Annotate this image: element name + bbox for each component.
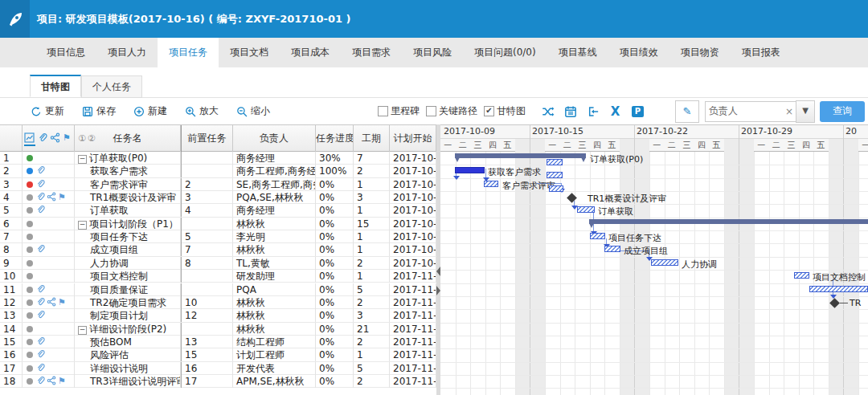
table-row-4[interactable]: 4⚑TR1概要设计及评审3PQA,SE,林秋秋0%32017-10-13 xyxy=(0,191,436,204)
table-row-1[interactable]: 1−订单获取(P0)商务经理30%72017-10-10 xyxy=(0,152,436,165)
paperclip-icon[interactable] xyxy=(35,310,46,320)
checkbox-3[interactable]: ✔甘特图 xyxy=(484,104,526,118)
column-header-8[interactable]: 计划开始 xyxy=(390,125,436,152)
sub-tab-2[interactable]: 个人任务 xyxy=(81,75,142,98)
checkbox-box-icon[interactable]: ✔ xyxy=(484,106,494,116)
flag-icon[interactable]: ⚑ xyxy=(63,132,71,145)
toolbar-button-2[interactable]: 保存 xyxy=(82,104,116,118)
table-row-2[interactable]: 2获取客户需求商务工程师,商务经理100%22017-10-10 xyxy=(0,165,436,177)
flag-icon[interactable]: ⚑ xyxy=(58,192,68,202)
table-row-7[interactable]: 7项目任务下达5李光明0%12017-10-19 xyxy=(0,230,436,243)
dependency-line xyxy=(485,169,486,177)
toolbar-button-5[interactable]: 缩小 xyxy=(236,104,270,118)
checkbox-box-icon[interactable] xyxy=(378,106,388,116)
paperclip-icon[interactable] xyxy=(37,132,47,145)
table-row-16[interactable]: 16风险评估15计划工程师0%12017-11-13 xyxy=(0,348,436,361)
share-icon[interactable] xyxy=(47,297,57,307)
edit-filter-button[interactable]: ✎ xyxy=(675,100,699,123)
main-tab-9[interactable]: 项目基线 xyxy=(547,38,608,67)
duration-cell: 2 xyxy=(354,336,390,348)
table-row-15[interactable]: 15预估BOM13结构工程师0%22017-11-09 xyxy=(0,336,436,348)
task-bar[interactable] xyxy=(651,259,678,266)
task-name: 详细设计说明 xyxy=(90,363,148,374)
summary-bar[interactable] xyxy=(455,153,586,158)
collapse-icon[interactable]: − xyxy=(78,155,87,164)
share-icon[interactable] xyxy=(47,376,57,386)
search-button[interactable]: 查询 xyxy=(820,101,865,122)
share-icon[interactable] xyxy=(47,192,57,202)
task-bar[interactable] xyxy=(484,181,498,187)
toolbar-button-4[interactable]: 放大 xyxy=(185,104,219,118)
table-row-17[interactable]: 17详细设计说明16开发代表0%52017-11-14 xyxy=(0,362,436,375)
toolbar-button-1[interactable]: 更新 xyxy=(31,104,64,118)
column-header-4[interactable]: 前置任务 xyxy=(181,125,233,152)
main-tab-2[interactable]: 项目人力 xyxy=(96,38,158,67)
paperclip-icon[interactable] xyxy=(35,205,46,215)
paperclip-icon[interactable] xyxy=(35,349,46,360)
table-row-13[interactable]: 13制定项目计划12林秋秋0%32017-11-06 xyxy=(0,309,436,322)
paperclip-icon[interactable] xyxy=(35,179,46,189)
checkbox-box-icon[interactable] xyxy=(426,106,436,116)
main-tab-1[interactable]: 项目信息 xyxy=(35,38,96,67)
main-tab-11[interactable]: 项目物资 xyxy=(669,38,731,67)
table-row-12[interactable]: 12⚑TR2确定项目需求10林秋秋0%22017-11-02 xyxy=(0,296,436,309)
paperclip-icon[interactable] xyxy=(35,284,46,295)
column-header-5[interactable]: 负责人 xyxy=(233,125,316,152)
column-header-6[interactable]: 任务进度 xyxy=(316,125,354,152)
main-tab-12[interactable]: 项目报表 xyxy=(731,38,792,67)
paperclip-icon[interactable] xyxy=(35,336,46,347)
baseline-bar[interactable] xyxy=(547,159,563,165)
main-tab-7[interactable]: 项目风险 xyxy=(402,38,463,67)
paperclip-icon[interactable] xyxy=(35,244,46,255)
owner-filter-input[interactable] xyxy=(705,101,783,122)
table-row-3[interactable]: 3客户需求评审2SE,商务工程师,商务经理0%12017-10-12 xyxy=(0,178,436,191)
main-tab-6[interactable]: 项目需求 xyxy=(341,38,402,67)
table-row-8[interactable]: 8成立项目组7林秋秋0%12017-10-20 xyxy=(0,243,436,256)
export-icon[interactable] xyxy=(586,104,600,118)
paperclip-icon[interactable] xyxy=(35,192,46,202)
collapse-icon[interactable]: − xyxy=(78,221,87,230)
column-header-1[interactable] xyxy=(0,125,23,152)
table-row-10[interactable]: 10项目文档控制研发助理0%12017-11-01 xyxy=(0,270,436,283)
main-tab-8[interactable]: 项目问题(0/0) xyxy=(463,38,547,67)
table-row-5[interactable]: 5订单获取4商务经理0%12017-10-18 xyxy=(0,204,436,217)
task-bar[interactable] xyxy=(590,233,605,239)
task-bar[interactable] xyxy=(604,246,620,252)
table-row-6[interactable]: 6−项目计划阶段（P1）林秋秋0%152017-10-19 xyxy=(0,218,436,230)
baseline-bar[interactable] xyxy=(549,185,563,192)
share-icon[interactable] xyxy=(50,132,60,145)
column-header-7[interactable]: 工期 xyxy=(354,125,390,152)
task-bar[interactable] xyxy=(577,206,595,213)
table-row-9[interactable]: 9人力协调8TL,黄敏0%22017-10-23 xyxy=(0,257,436,270)
chart-icon[interactable] xyxy=(24,132,35,145)
task-bar[interactable] xyxy=(794,272,809,279)
paperclip-icon[interactable] xyxy=(35,363,46,373)
flag-icon[interactable]: ⚑ xyxy=(58,376,68,386)
clear-filter-icon[interactable]: × xyxy=(783,101,796,122)
collapse-icon[interactable]: − xyxy=(78,326,87,335)
main-tab-3[interactable]: 项目任务 xyxy=(158,38,219,67)
flag-icon[interactable]: ⚑ xyxy=(58,297,68,307)
paperclip-icon[interactable] xyxy=(35,297,46,307)
main-tab-10[interactable]: 项目绩效 xyxy=(608,38,669,67)
excel-icon[interactable]: X xyxy=(608,104,622,118)
task-bar[interactable] xyxy=(455,167,485,173)
main-tab-5[interactable]: 项目成本 xyxy=(280,38,341,67)
table-row-11[interactable]: 11项目质量保证PQA0%52017-11-02 xyxy=(0,283,436,296)
toolbar-button-3[interactable]: 新建 xyxy=(133,104,167,118)
task-bar[interactable] xyxy=(809,286,868,292)
summary-bar[interactable] xyxy=(589,219,868,224)
table-row-18[interactable]: 18⚑TR3详细设计说明评审17APM,SE,林秋秋0%22017-11-21 xyxy=(0,375,436,388)
project-icon[interactable]: P xyxy=(631,104,645,118)
checkbox-2[interactable]: 关键路径 xyxy=(426,104,477,118)
table-row-14[interactable]: 14−详细设计阶段(P2)林秋秋0%212017-11-09 xyxy=(0,323,436,336)
sub-tab-1[interactable]: 甘特图 xyxy=(30,75,81,97)
shuffle-icon[interactable] xyxy=(541,104,555,118)
paperclip-icon[interactable] xyxy=(35,376,46,386)
dropdown-arrow-icon[interactable]: ▼ xyxy=(796,100,815,123)
baseline-bar[interactable] xyxy=(547,172,563,178)
checkbox-1[interactable]: 里程碑 xyxy=(378,104,420,118)
paperclip-icon[interactable] xyxy=(35,165,46,176)
calendar-icon[interactable] xyxy=(563,104,577,118)
main-tab-4[interactable]: 项目文档 xyxy=(219,38,280,67)
